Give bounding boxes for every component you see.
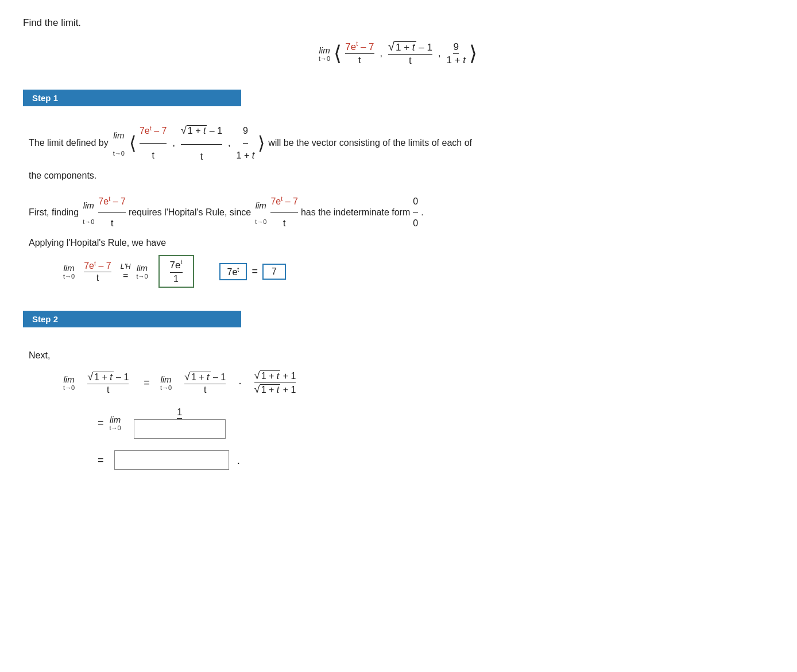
lh-answer-box-2: 7 <box>262 264 286 280</box>
lh-eq-sign: = <box>252 265 258 277</box>
step1-requires-text: requires l'Hopital's Rule, since <box>129 202 251 222</box>
since-lim-sub: t→0 <box>255 215 266 229</box>
open-angle2: ⟨ <box>129 120 136 166</box>
s1-comp2-frac: √1 + t – 1 t <box>181 118 222 168</box>
page-title: Find the limit. <box>23 17 774 29</box>
s2-eq2-frac: 1 <box>134 407 226 439</box>
comp3-num: 9 <box>453 41 458 54</box>
lh-answer-wrap: 7et = 7 <box>219 263 286 280</box>
s2-wide-input-box[interactable] <box>114 450 229 470</box>
indet-frac: 0 0 <box>413 191 418 233</box>
s2-input-box[interactable] <box>134 419 226 439</box>
since-lim-label: lim <box>256 196 266 215</box>
step2-eq2: = lim t→0 1 <box>98 407 768 439</box>
lh-den-box: 1 <box>173 273 179 284</box>
s1-comp3-frac: 9 1 + t <box>237 119 255 167</box>
first-lim-wrap: lim t→0 <box>83 196 94 229</box>
sep2: , <box>438 48 440 59</box>
comp2-num: √1 + t – 1 <box>388 40 432 55</box>
step2-content: Next, lim t→0 √1 + t – 1 t = lim t→0 <box>23 339 774 493</box>
since-lim-wrap: lim t→0 <box>255 196 266 229</box>
eq-label: = <box>123 271 128 281</box>
close-angle: ⟩ <box>469 41 477 65</box>
lh-lim2-wrap: lim t→0 <box>136 263 148 280</box>
step1-header: Step 1 <box>23 90 241 106</box>
lhopital-row: lim t→0 7et – 7 t L'H = lim t→0 7et <box>63 255 768 288</box>
comp1-num: 7et – 7 <box>345 41 374 55</box>
step2-eq3: = . <box>98 450 768 470</box>
s2-lim2-wrap: lim t→0 <box>160 374 172 391</box>
s2-lim1-wrap: lim t→0 <box>63 374 75 391</box>
s2-dot: · <box>238 376 242 389</box>
s2-lim3-wrap: lim t→0 <box>110 415 121 431</box>
step1-lim-sub: t→0 <box>113 146 125 162</box>
comp1-frac: 7et – 7 t <box>345 41 374 67</box>
first-frac: 7et – 7 t <box>98 191 126 233</box>
s2-rhs-frac1: √1 + t – 1 t <box>184 371 226 395</box>
step1-intro-line: The limit defined by lim t→0 ⟨ 7et – 7 t… <box>29 118 768 168</box>
lh-label-col: L'H = <box>121 262 131 281</box>
step1-lim-wrap: lim t→0 <box>113 125 125 162</box>
comp3-frac: 9 1 + t <box>446 41 466 66</box>
sep1: , <box>380 48 382 59</box>
lH-label: L'H <box>121 262 131 271</box>
main-limit-expression: lim t→0 ⟨ 7et – 7 t , √1 + t – 1 t , 9 1… <box>23 40 774 67</box>
step1-first-line: First, finding lim t→0 7et – 7 t require… <box>29 191 768 233</box>
s2-final-dot: . <box>237 454 241 467</box>
step2-header: Step 2 <box>23 311 241 327</box>
step2-next-text: Next, <box>29 350 768 361</box>
s2-eq2-eq: = <box>98 417 104 429</box>
step1-intro-text: The limit defined by <box>29 132 109 155</box>
highlighted-fraction: 7et 1 <box>158 255 194 288</box>
s1-comp1-frac: 7et – 7 t <box>140 119 167 167</box>
s2-rhs-frac2: √1 + t + 1 √1 + t + 1 <box>254 370 296 396</box>
main-lim-sub: t→0 <box>319 55 330 62</box>
comp1-den: t <box>358 54 361 66</box>
step1-mid-text: will be the vector consisting of the lim… <box>268 132 472 155</box>
s2-lhs-frac: √1 + t – 1 t <box>87 371 129 395</box>
step1-applying-text: Applying l'Hopital's Rule, we have <box>29 238 768 248</box>
step1-content: The limit defined by lim t→0 ⟨ 7et – 7 t… <box>23 118 774 305</box>
step1-first-text: First, finding <box>29 202 79 222</box>
s2-eq3-eq: = <box>98 454 104 466</box>
lh-num-box: 7et <box>170 258 183 273</box>
comp2-den: t <box>409 55 412 67</box>
main-lim-label: lim <box>319 45 330 55</box>
lh-lim1-wrap: lim t→0 <box>63 263 75 280</box>
since-frac: 7et – 7 t <box>270 191 298 233</box>
comp2-frac: √1 + t – 1 t <box>388 40 432 67</box>
step2-main-eq: lim t→0 √1 + t – 1 t = lim t→0 √1 + t – … <box>63 370 768 396</box>
lh-frac2-box: 7et 1 <box>158 255 194 288</box>
step1-has-text: has the indeterminate form <box>301 202 410 222</box>
page-container: Find the limit. lim t→0 ⟨ 7et – 7 t , √1… <box>23 17 774 493</box>
lh-frac1: 7et – 7 t <box>84 260 111 283</box>
s2-eq-sign: = <box>144 377 150 389</box>
open-angle: ⟨ <box>334 41 342 65</box>
comp3-den: 1 + t <box>446 54 466 66</box>
first-lim-sub: t→0 <box>83 215 94 229</box>
first-lim-label: lim <box>83 196 94 215</box>
step1-lim-label: lim <box>113 125 124 146</box>
lh-answer-box-1: 7et <box>219 263 247 280</box>
main-lim-wrap: lim t→0 <box>319 45 330 62</box>
close-angle2: ⟩ <box>258 120 265 166</box>
step1-cont-text: the components. <box>29 171 768 181</box>
